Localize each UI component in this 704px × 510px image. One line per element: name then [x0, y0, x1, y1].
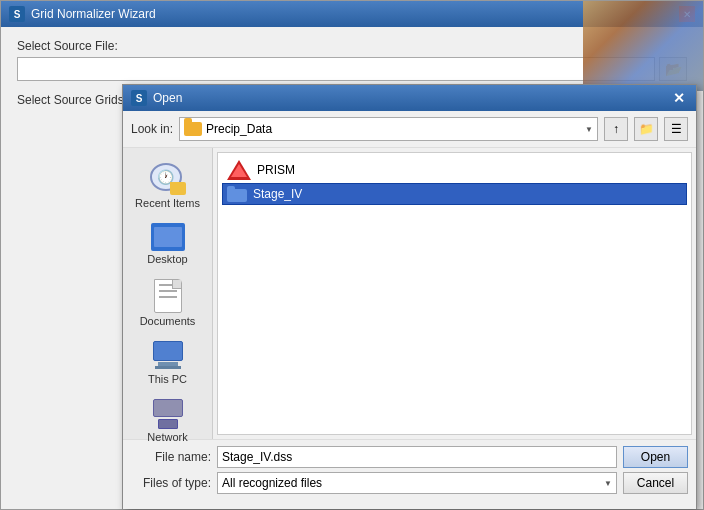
dialog-content: 🕐 Recent Items Desktop	[123, 148, 696, 439]
file-item-stage-iv[interactable]: Stage_IV	[222, 183, 687, 205]
prism-name: PRISM	[257, 163, 295, 177]
files-of-type-label: Files of type:	[131, 476, 211, 490]
sidebar-item-recent-items[interactable]: 🕐 Recent Items	[128, 158, 208, 214]
lookin-select[interactable]: Precip_Data ▼	[179, 117, 598, 141]
files-of-type-row: Files of type: All recognized files ▼ Ca…	[131, 472, 688, 494]
files-of-type-value: All recognized files	[222, 476, 322, 490]
sidebar-item-desktop[interactable]: Desktop	[128, 218, 208, 270]
network-label: Network	[147, 431, 187, 443]
toolbar-up-button[interactable]: ↑	[604, 117, 628, 141]
file-item-prism[interactable]: PRISM	[222, 157, 687, 183]
open-button[interactable]: Open	[623, 446, 688, 468]
doc-line1	[159, 284, 177, 286]
thispc-screen	[153, 341, 183, 361]
network-icon	[150, 399, 186, 429]
sidebar-item-this-pc[interactable]: This PC	[128, 336, 208, 390]
desktop-label: Desktop	[147, 253, 187, 265]
dialog-close-button[interactable]: ✕	[670, 89, 688, 107]
folder-icon	[184, 122, 202, 136]
decorative-image	[583, 1, 703, 91]
this-pc-icon	[150, 341, 186, 371]
this-pc-label: This PC	[148, 373, 187, 385]
network-box	[158, 419, 178, 429]
dialog-bottom: File name: Open Files of type: All recog…	[123, 439, 696, 509]
dialog-title: Open	[153, 91, 182, 105]
lookin-select-inner: Precip_Data	[184, 122, 272, 136]
wizard-title: Grid Normalizer Wizard	[31, 7, 156, 21]
file-list[interactable]: PRISM Stage_IV	[217, 152, 692, 435]
prism-triangle-inner	[231, 164, 247, 177]
dialog-titlebar: S Open ✕	[123, 85, 696, 111]
files-of-type-select[interactable]: All recognized files ▼	[217, 472, 617, 494]
network-monitor	[153, 399, 183, 417]
file-name-row: File name: Open	[131, 446, 688, 468]
file-name-label: File name:	[131, 450, 211, 464]
stage-iv-folder-icon	[227, 186, 247, 202]
documents-label: Documents	[140, 315, 196, 327]
toolbar-view-button[interactable]: ☰	[664, 117, 688, 141]
doc-line3	[159, 296, 177, 298]
dialog-titlebar-left: S Open	[131, 90, 182, 106]
wizard-titlebar-left: S Grid Normalizer Wizard	[9, 6, 156, 22]
file-name-input[interactable]	[217, 446, 617, 468]
desktop-screen	[154, 227, 182, 247]
dialog-sidebar: 🕐 Recent Items Desktop	[123, 148, 213, 439]
toolbar-new-folder-button[interactable]: 📁	[634, 117, 658, 141]
lookin-label: Look in:	[131, 122, 173, 136]
open-dialog: S Open ✕ Look in: Precip_Data ▼ ↑ 📁 ☰ 🕐	[122, 84, 697, 509]
desktop-icon	[151, 223, 185, 251]
doc-line2	[159, 290, 177, 292]
cancel-button[interactable]: Cancel	[623, 472, 688, 494]
thispc-stand	[155, 366, 181, 369]
sidebar-item-documents[interactable]: Documents	[128, 274, 208, 332]
prism-icon	[227, 160, 251, 180]
stage-iv-name: Stage_IV	[253, 187, 302, 201]
files-type-chevron-icon: ▼	[604, 479, 612, 488]
lookin-value: Precip_Data	[206, 122, 272, 136]
dialog-app-icon: S	[131, 90, 147, 106]
recent-items-icon: 🕐	[150, 163, 186, 195]
app-icon: S	[9, 6, 25, 22]
chevron-down-icon: ▼	[585, 125, 593, 134]
documents-icon	[154, 279, 182, 313]
folder-body	[227, 189, 247, 202]
source-file-input[interactable]	[17, 57, 655, 81]
recent-items-label: Recent Items	[135, 197, 200, 209]
sidebar-item-network[interactable]: Network	[128, 394, 208, 448]
dialog-toolbar: Look in: Precip_Data ▼ ↑ 📁 ☰	[123, 111, 696, 148]
